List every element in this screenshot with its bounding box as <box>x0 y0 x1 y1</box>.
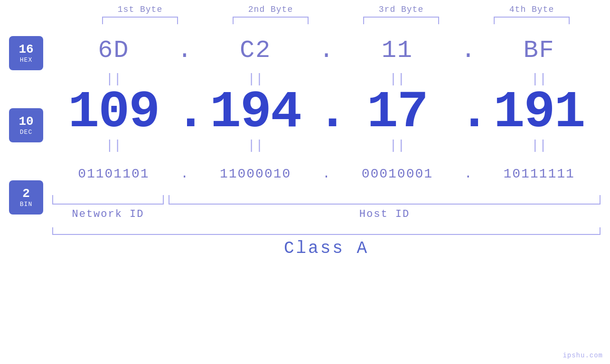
hex-badge-number: 16 <box>19 43 33 56</box>
page-container: 1st Byte 2nd Byte 3rd Byte 4th Byte 16 H… <box>0 0 610 364</box>
dec-badge: 10 DEC <box>9 108 43 142</box>
hex-badge: 16 HEX <box>9 36 43 70</box>
bin-val-2: 11000010 <box>220 167 291 181</box>
network-bracket <box>52 195 164 205</box>
bin-val-3: 00010001 <box>362 167 433 181</box>
bin-val-1: 01101101 <box>78 167 149 181</box>
class-bracket <box>52 227 601 235</box>
bottom-brackets <box>52 195 601 205</box>
equals-2-3: || <box>389 138 405 153</box>
byte2-header: 2nd Byte <box>206 5 336 14</box>
hex-dot-2: . <box>319 37 334 65</box>
hex-val-1: 6D <box>98 37 129 65</box>
hex-val-2: C2 <box>240 37 271 65</box>
bottom-section: Network ID Host ID <box>52 195 601 220</box>
dec-badge-number: 10 <box>19 115 33 129</box>
watermark: ipshu.com <box>563 352 603 359</box>
network-id-label: Network ID <box>52 208 164 220</box>
equals-2-2: || <box>247 138 263 153</box>
byte1-header: 1st Byte <box>75 5 206 14</box>
bin-badge-number: 2 <box>22 187 30 201</box>
bin-val-4: 10111111 <box>503 167 574 181</box>
dec-val-4: 191 <box>494 83 585 142</box>
values-area: 6D . C2 . 11 . BF || || || || 109 <box>52 31 610 364</box>
byte-headers: 1st Byte 2nd Byte 3rd Byte 4th Byte <box>75 5 597 14</box>
hex-row: 6D . C2 . 11 . BF <box>52 31 601 69</box>
byte3-header: 3rd Byte <box>336 5 467 14</box>
main-area: 16 HEX 10 DEC 2 BIN 6D . C2 . 11 . BF <box>0 31 610 364</box>
dec-val-1: 109 <box>68 83 159 142</box>
equals-2-1: || <box>106 138 122 153</box>
host-bracket <box>169 195 601 205</box>
dec-val-2: 194 <box>210 83 301 142</box>
hex-dot-3: . <box>461 37 476 65</box>
class-section: Class A <box>52 227 601 258</box>
byte4-header: 4th Byte <box>467 5 597 14</box>
dec-val-3: 17 <box>367 83 428 142</box>
bin-dot-3: . <box>464 167 472 181</box>
bin-dot-2: . <box>322 167 330 181</box>
top-brackets <box>75 17 597 24</box>
bin-badge-label: BIN <box>20 201 32 208</box>
bin-row: 01101101 . 11000010 . 00010001 . 1011111… <box>52 155 601 193</box>
host-id-label: Host ID <box>169 208 601 220</box>
bin-badge: 2 BIN <box>9 180 43 215</box>
hex-dot-1: . <box>177 37 192 65</box>
badges-column: 16 HEX 10 DEC 2 BIN <box>0 31 52 364</box>
bottom-labels: Network ID Host ID <box>52 208 601 220</box>
hex-val-3: 11 <box>382 37 413 65</box>
hex-badge-label: HEX <box>20 56 32 64</box>
dec-badge-label: DEC <box>20 129 32 136</box>
dec-row: 109 . 194 . 17 . 191 <box>52 88 601 136</box>
equals-2-4: || <box>531 138 547 153</box>
hex-val-4: BF <box>523 37 554 65</box>
equals-row-2: || || || || <box>52 136 601 155</box>
class-label: Class A <box>52 239 601 258</box>
bin-dot-1: . <box>180 167 188 181</box>
